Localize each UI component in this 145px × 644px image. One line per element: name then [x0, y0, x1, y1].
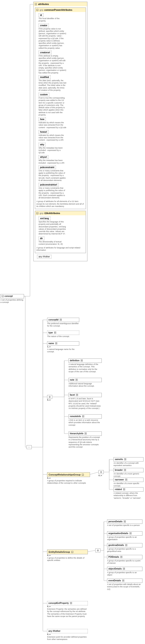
- i18n-attributes-header[interactable]: – grp i18nAttributes: [35, 211, 86, 215]
- element-concept-ext-property[interactable]: conceptExtProperty+: [47, 601, 88, 605]
- expand-icon[interactable]: +: [123, 568, 125, 570]
- attr-howuri: howuri: [38, 130, 49, 134]
- expand-icon[interactable]: +: [122, 580, 124, 582]
- compositor-choice: ⊕ 0..∞: [47, 395, 52, 401]
- attributes-panel-header[interactable]: – attributes: [34, 2, 87, 6]
- attr-desc: If the attribute is empty, specifies whi…: [38, 55, 66, 74]
- expand-icon[interactable]: +: [70, 602, 72, 604]
- attr-desc: One or many constraints that apply to pu…: [38, 187, 66, 199]
- collapse-icon[interactable]: –: [36, 9, 38, 11]
- expand-icon[interactable]: +: [54, 332, 56, 334]
- element-hierarchy-info[interactable]: hierarchyInfo+: [69, 432, 102, 436]
- element-desc: A natural language definition of the sem…: [69, 363, 102, 373]
- expand-icon[interactable]: +: [120, 556, 122, 558]
- expand-icon[interactable]: +: [124, 520, 126, 522]
- element-desc: An identifier of a concept with equivale…: [114, 462, 144, 467]
- attr-desc: Indicates by which means the value was e…: [38, 134, 66, 142]
- element-desc: A group of properties specific to a geop…: [107, 548, 143, 553]
- occurrence: 0..∞: [47, 554, 88, 556]
- group-desc: A group of properties to define the deta…: [47, 557, 88, 562]
- expand-icon[interactable]: +: [76, 394, 78, 396]
- element-note[interactable]: note+: [69, 378, 102, 382]
- element-desc: A link to an item or a web resource whic…: [69, 419, 102, 426]
- element-object-details[interactable]: objectDetails+: [107, 567, 143, 571]
- expand-icon[interactable]: +: [55, 342, 57, 344]
- attr-pubconstraint: pubconstraint: [38, 166, 56, 169]
- entity-details-group-header[interactable]: EntityDetailsGroup–: [47, 550, 88, 554]
- occurrence: 0..∞: [47, 399, 52, 401]
- expand-icon[interactable]: +: [85, 432, 87, 434]
- element-type[interactable]: type+: [47, 330, 79, 335]
- attr-desc: If the property value is not defined, sp…: [38, 28, 66, 49]
- attr-how: how: [38, 118, 46, 121]
- expand-icon[interactable]: +: [60, 319, 62, 321]
- occurrence: 0..∞: [99, 474, 102, 476]
- collapse-icon[interactable]: –: [71, 551, 73, 553]
- expand-icon[interactable]: +: [123, 488, 125, 490]
- attr-xml-lang: xml:lang: [38, 216, 50, 220]
- element-desc: A set of properties specific to a person: [107, 524, 143, 526]
- element-desc: Extension Property: the semantics are de…: [47, 608, 88, 618]
- collapse-icon[interactable]: –: [82, 474, 84, 476]
- group-prefix: grp: [40, 212, 43, 214]
- attr-desc: Specifies the language of this property …: [38, 221, 66, 235]
- element-concept[interactable]: –concept: [0, 294, 24, 298]
- element-facet[interactable]: facet+: [69, 393, 102, 397]
- expand-icon[interactable]: +: [81, 360, 83, 362]
- expand-icon[interactable]: +: [124, 458, 126, 460]
- attr-desc: One or many constraints that apply to pu…: [38, 170, 66, 182]
- attr-custom: custom: [38, 93, 49, 96]
- group-desc: A group of attributes for language and s…: [36, 247, 84, 252]
- group-desc: A group of attributes for all elements o…: [36, 200, 84, 208]
- expand-icon[interactable]: +: [124, 469, 126, 471]
- collapse-icon[interactable]: –: [35, 3, 37, 5]
- attr-desc: The date (and, optionally, the time) whe…: [38, 80, 66, 92]
- element-desc: A group of properties specific to an obj…: [107, 572, 143, 576]
- element-organisation-details[interactable]: organisationDetails+: [107, 531, 143, 536]
- element-geo-area-details[interactable]: geoAreaDetails+: [107, 543, 143, 548]
- element-desc: An identifier of a more generic concept.: [114, 473, 144, 478]
- occurrence: 0..∞: [47, 633, 88, 636]
- occurrence: 0..∞: [47, 605, 88, 608]
- collapse-icon[interactable]: –: [2, 295, 4, 297]
- element-name[interactable]: name+: [47, 341, 79, 346]
- expand-icon[interactable]: +: [125, 544, 127, 546]
- panel-title: attributes: [38, 3, 49, 5]
- element-person-details[interactable]: personDetails+: [107, 520, 143, 524]
- element-desc: Extension point for provider-defined pro…: [47, 636, 88, 641]
- element-broader[interactable]: broader+: [114, 468, 144, 472]
- expand-icon[interactable]: +: [130, 532, 132, 534]
- element-related[interactable]: related+: [114, 487, 144, 492]
- expand-icon[interactable]: +: [82, 416, 84, 417]
- element-poi-details[interactable]: POIDetails+: [107, 555, 143, 559]
- collapse-icon[interactable]: –: [36, 212, 38, 214]
- attr-desc: The directionality of textual content (e…: [38, 241, 66, 246]
- element-desc: Additional natural language information …: [69, 382, 102, 388]
- element-any-other[interactable]: any ##other: [47, 629, 88, 633]
- element-desc: A related concept, where the relationshi…: [114, 492, 144, 499]
- compositor-sequence: ⋯: [26, 445, 32, 449]
- attr-modified: modified: [38, 75, 51, 79]
- attr-desc: Why the metadata has been included - exp…: [38, 147, 66, 154]
- element-concept-id[interactable]: conceptId+: [47, 318, 79, 322]
- element-desc: A group of properties specific to a poin…: [107, 560, 143, 564]
- attr-id: id: [38, 13, 43, 17]
- attr-any-other: any ##other: [37, 255, 51, 258]
- element-sameas[interactable]: sameAs+: [114, 457, 144, 462]
- panel-title: i18nAttributes: [44, 212, 60, 214]
- element-remote-info[interactable]: remoteInfo+: [69, 414, 102, 418]
- occurrence: 1..∞: [47, 346, 79, 348]
- concept-relationships-group-header[interactable]: ConceptRelationshipsGroup–: [47, 472, 90, 477]
- attr-creator: creator: [38, 24, 49, 27]
- panel-title: commonPowerAttributes: [44, 8, 72, 11]
- element-definition[interactable]: definition+: [69, 358, 102, 363]
- element-desc: An identifier of a more specific concept…: [114, 482, 144, 487]
- element-event-details[interactable]: eventDetails+: [107, 578, 143, 583]
- element-desc: Represents the position of a concept in …: [69, 436, 102, 448]
- expand-icon[interactable]: +: [125, 479, 127, 481]
- common-power-attributes-header[interactable]: – grp commonPowerAttributes: [35, 8, 86, 12]
- compositor-choice: ⊕: [99, 470, 104, 474]
- expand-icon[interactable]: +: [76, 379, 78, 381]
- attr-desc: The local identifier of the property.: [38, 18, 66, 22]
- element-narrower[interactable]: narrower+: [114, 478, 144, 482]
